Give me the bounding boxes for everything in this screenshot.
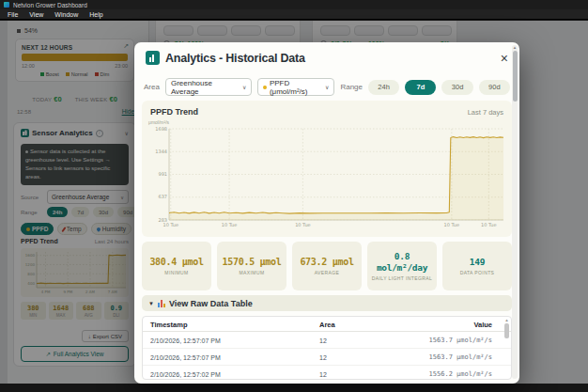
svg-text:10 Tue: 10 Tue (163, 222, 179, 227)
stat-minimum: 380.4 μmolMINIMUM (142, 242, 211, 290)
chevron-down-icon: ∨ (242, 84, 246, 90)
col-area: Area (319, 320, 335, 328)
window-titlebar: Netvion Grower Dashboard (0, 0, 588, 9)
table-header-row: Timestamp Area Value (143, 317, 511, 332)
chevron-down-icon: ∨ (325, 84, 329, 90)
menu-window[interactable]: Window (54, 11, 78, 18)
table-scroll-thumb[interactable] (504, 323, 509, 338)
table-row: 2/10/2026, 12:57:07 PM 12 1563.7 μmol/m²… (143, 349, 511, 366)
modal-scroll-thumb[interactable] (513, 51, 518, 102)
stat-dli: 0.8mol/m²/dayDAILY LIGHT INTEGRAL (367, 242, 437, 290)
modal-controls: Area Greenhouse Average∨ PPFD (μmol/m²/s… (144, 78, 510, 96)
area-select[interactable]: Greenhouse Average∨ (165, 78, 253, 96)
stat-maximum: 1570.5 μmolMAXIMUM (217, 242, 286, 290)
expander-triangle-icon: ▼ (148, 301, 154, 306)
raw-data-section-title: View Raw Data Table (169, 299, 253, 308)
svg-text:10 Tue: 10 Tue (481, 222, 497, 227)
chart-caption: Last 7 days (468, 108, 503, 117)
range-30d-button[interactable]: 30d (441, 80, 472, 95)
stat-data-points: 149DATA POINTS (442, 242, 512, 290)
menubar: File View Window Help (0, 9, 588, 20)
window-title: Netvion Grower Dashboard (13, 2, 87, 8)
ppfd-trend-panel: PPFD Trend Last 7 days μmol/m²/s 2836379… (142, 101, 512, 237)
svg-text:991: 991 (158, 171, 167, 177)
bottom-bar (0, 384, 588, 392)
bulb-icon (263, 86, 267, 89)
area-label: Area (144, 83, 160, 91)
raw-data-section-header[interactable]: ▼ View Raw Data Table (142, 295, 512, 311)
app-icon (4, 2, 9, 8)
modal-header: Analytics - Historical Data × (146, 51, 508, 65)
stats-row: 380.4 μmolMINIMUM 1570.5 μmolMAXIMUM 673… (142, 242, 512, 290)
table-scrollbar[interactable]: ▲ (503, 318, 510, 378)
col-value: Value (473, 320, 492, 328)
range-24h-button[interactable]: 24h (368, 80, 399, 95)
col-timestamp: Timestamp (150, 320, 187, 328)
menu-file[interactable]: File (8, 11, 18, 18)
menu-help[interactable]: Help (89, 11, 102, 18)
svg-text:10 Tue: 10 Tue (222, 222, 238, 227)
analytics-modal: Analytics - Historical Data × Area Green… (134, 42, 519, 384)
menu-view[interactable]: View (29, 11, 43, 18)
chart-bars-icon (158, 300, 165, 307)
table-row: 2/10/2026, 12:57:07 PM 12 1563.7 μmol/m²… (143, 332, 511, 349)
svg-text:10 Tue: 10 Tue (295, 222, 311, 227)
svg-text:1344: 1344 (155, 149, 167, 154)
ppfd-chart-svg: 2836379911344169810 Tue10 Tue10 Tue10 Tu… (145, 124, 509, 232)
close-icon[interactable]: × (501, 52, 508, 65)
scroll-up-icon[interactable]: ▲ (504, 318, 508, 322)
chart-title: PPFD Trend (150, 107, 198, 117)
modal-title: Analytics - Historical Data (165, 52, 305, 65)
range-label: Range (340, 83, 363, 91)
svg-text:10 Tue: 10 Tue (444, 222, 460, 227)
table-row: 2/10/2026, 12:57:02 PM 12 1556.2 μmol/m²… (143, 366, 511, 380)
raw-data-table: Timestamp Area Value 2/10/2026, 12:57:07… (142, 316, 512, 380)
svg-text:1698: 1698 (155, 126, 167, 132)
metric-select[interactable]: PPFD (μmol/m²/s)∨ (257, 78, 334, 96)
range-7d-button[interactable]: 7d (405, 80, 436, 95)
analytics-modal-icon (146, 51, 160, 65)
svg-text:637: 637 (158, 194, 167, 199)
range-90d-button[interactable]: 90d (479, 80, 510, 95)
stat-average: 673.2 μmolAVERAGE (292, 242, 362, 290)
modal-scrollbar[interactable]: ▲ (512, 45, 518, 379)
screen: Netvion Grower Dashboard File View Windo… (0, 0, 588, 392)
scroll-up-icon[interactable]: ▲ (513, 45, 517, 50)
